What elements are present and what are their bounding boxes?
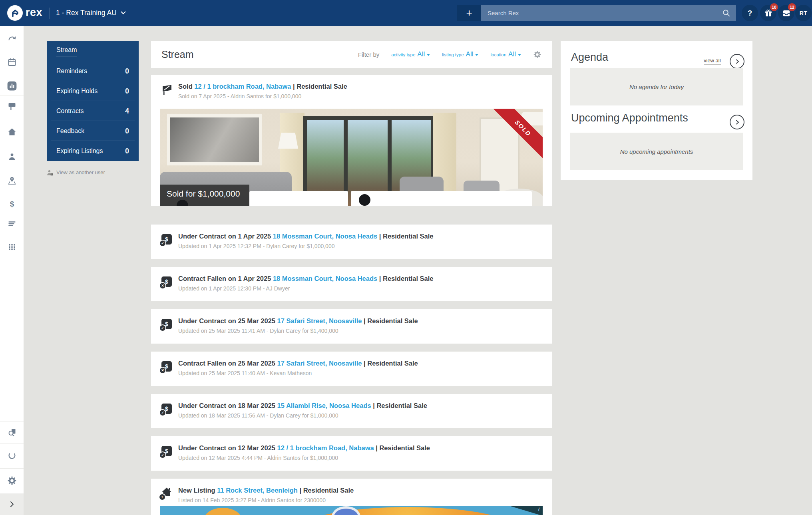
cross-badge-icon: ✕ [159, 367, 166, 374]
photo-overlay-card [351, 191, 532, 206]
reports-lines-icon[interactable] [7, 219, 17, 229]
contacts-person-icon[interactable] [7, 151, 17, 162]
upcoming-appointments-open-button[interactable] [730, 115, 744, 129]
caret-down-icon [427, 54, 430, 56]
property-link[interactable]: 11 Rock Street, Beenleigh [217, 487, 298, 494]
stream-item-title: New Listing 11 Rock Street, Beenleigh | … [178, 487, 544, 494]
notifications-badge: 12 [788, 3, 796, 11]
map-pin-icon[interactable] [7, 175, 17, 186]
stream-header-card: Stream Filter by activity type All listi… [151, 41, 552, 68]
stream-item-subtitle: Updated on 25 Mar 2025 11:40 AM - Kevan … [178, 370, 544, 376]
filter-location[interactable]: location All [490, 50, 521, 58]
rex-crm-dashboard: rex 1 - Rex Training AU + ? [0, 0, 812, 515]
chevron-right-icon [734, 59, 740, 64]
property-link[interactable]: 18 Mossman Court, Noosa Heads [273, 233, 377, 240]
contract-fallen-icon: $ ✕ [161, 361, 172, 372]
stream-item-under-contract: $ ✓ Under Contract on 25 Mar 2025 17 Saf… [151, 309, 552, 344]
reminders-count: 0 [125, 67, 129, 76]
help-button[interactable]: ? [742, 5, 758, 21]
filter-by-label: Filter by [358, 51, 379, 58]
view-as-another-user-link[interactable]: View as another user [47, 169, 105, 176]
filter-listing-type[interactable]: listing type All [442, 50, 478, 58]
account-name: 1 - Rex Training AU [56, 9, 117, 17]
user-avatar[interactable]: RT [795, 5, 812, 21]
property-photo: ⌇ [160, 506, 543, 515]
left-icon-rail: $ [0, 26, 24, 515]
chevron-down-icon [121, 11, 126, 15]
agenda-title: Agenda [571, 51, 608, 64]
expiring-holds-count: 0 [125, 87, 129, 95]
property-link[interactable]: 12 / 1 brockham Road, Nabawa [277, 444, 374, 451]
rail-divider [0, 468, 24, 469]
rex-logo-icon[interactable] [7, 5, 23, 21]
agenda-open-button[interactable] [730, 54, 744, 69]
audit-search-icon[interactable] [7, 427, 17, 437]
rail-divider [0, 422, 24, 422]
dashboard-nav-panel: Stream Reminders 0 Expiring Holds 0 Cont… [47, 41, 139, 161]
sync-spinner-icon[interactable] [7, 450, 17, 461]
caret-down-icon [518, 54, 521, 56]
sold-signboard-icon [161, 84, 172, 95]
activity-stream-icon[interactable] [7, 34, 17, 44]
check-badge-icon: ✓ [159, 240, 166, 247]
agent-avatar [359, 194, 370, 206]
nav-item-contracts[interactable]: Contracts 4 [47, 101, 139, 121]
photo-overlay-card [249, 191, 348, 206]
agenda-view-all-link[interactable]: view all [704, 58, 721, 65]
stream-filters: Filter by activity type All listing type… [358, 50, 541, 59]
new-listing-house-icon: + [161, 487, 172, 498]
listings-sign-icon[interactable] [7, 101, 17, 111]
stream-item-subtitle: Listed on 14 Feb 2025 3:27 PM - Aldrin S… [178, 497, 544, 503]
sold-price-overlay: Sold for $1,000,000 [160, 185, 249, 206]
stream-item-subtitle: Updated on 1 Apr 2025 12:32 PM - Dylan C… [178, 243, 544, 249]
settings-gear-icon[interactable] [7, 475, 17, 486]
top-navbar: rex 1 - Rex Training AU + ? [0, 0, 812, 26]
stream-settings-gear-icon[interactable] [533, 50, 541, 59]
filter-activity-type[interactable]: activity type All [391, 50, 430, 58]
svg-text:$: $ [10, 200, 14, 208]
nav-item-reminders[interactable]: Reminders 0 [47, 61, 139, 81]
check-badge-icon: ✓ [159, 409, 166, 416]
property-link[interactable]: 12 / 1 brockham Road, Nabawa [194, 83, 291, 90]
rail-expand-row[interactable] [0, 493, 24, 515]
stream-item-under-contract: $ ✓ Under Contract on 12 Mar 2025 12 / 1… [151, 436, 552, 471]
stream-item-title: Contract Fallen on 25 Mar 2025 17 Safari… [178, 360, 544, 367]
under-contract-icon: $ ✓ [161, 234, 172, 245]
property-link[interactable]: 18 Mossman Court, Noosa Heads [273, 275, 377, 282]
expand-chevron-icon [7, 499, 17, 509]
global-search [481, 5, 736, 21]
chevron-right-icon [734, 119, 740, 125]
dashboard-icon-active[interactable] [7, 81, 17, 91]
stream-item-title: Under Contract on 12 Mar 2025 12 / 1 bro… [178, 444, 544, 452]
stream-item-title: Under Contract on 25 Mar 2025 17 Safari … [178, 317, 544, 325]
stream-item-title: Sold 12 / 1 brockham Road, Nabawa | Resi… [178, 83, 544, 90]
stream-item-contract-fallen: $ ✕ Contract Fallen on 1 Apr 2025 18 Mos… [151, 267, 552, 301]
account-switcher[interactable]: 1 - Rex Training AU [56, 0, 126, 26]
property-link[interactable]: 17 Safari Street, Noosaville [277, 317, 362, 324]
apps-grid-icon[interactable] [7, 241, 17, 252]
upcoming-appointments-title: Upcoming Appointments [571, 112, 688, 124]
nav-item-feedback[interactable]: Feedback 0 [47, 121, 139, 141]
search-icon[interactable] [722, 9, 730, 17]
finance-dollar-icon[interactable]: $ [7, 199, 17, 209]
under-contract-icon: $ ✓ [161, 319, 172, 329]
property-link[interactable]: 17 Safari Street, Noosaville [277, 360, 362, 367]
calendar-icon[interactable] [7, 57, 17, 68]
nav-item-stream[interactable]: Stream [47, 41, 139, 61]
navbar-divider [50, 8, 50, 19]
nav-item-expiring-holds[interactable]: Expiring Holds 0 [47, 81, 139, 101]
stream-item-subtitle: Updated on 1 Apr 2025 12:30 PM - AJ Dwye… [178, 285, 544, 292]
expiring-listings-count: 0 [125, 147, 129, 155]
stream-item-title: Under Contract on 18 Mar 2025 15 Allambi… [178, 402, 544, 410]
gift-badge: 10 [770, 3, 778, 11]
page-title: Stream [161, 49, 194, 60]
stream-item-subtitle: Updated on 18 Mar 2025 11:56 AM - Dylan … [178, 412, 544, 419]
property-link[interactable]: 15 Allambi Rise, Noosa Heads [277, 402, 371, 409]
add-record-button[interactable]: + [457, 5, 481, 21]
search-input[interactable] [481, 10, 722, 16]
properties-house-icon[interactable] [7, 127, 17, 137]
stream-item-sold: Sold 12 / 1 brockham Road, Nabawa | Resi… [151, 75, 552, 206]
stream-item-under-contract: $ ✓ Under Contract on 18 Mar 2025 15 All… [151, 394, 552, 428]
nav-item-expiring-listings[interactable]: Expiring Listings 0 [47, 141, 139, 161]
stream-item-subtitle: Updated on 25 Mar 2025 11:41 AM - Dylan … [178, 328, 544, 334]
